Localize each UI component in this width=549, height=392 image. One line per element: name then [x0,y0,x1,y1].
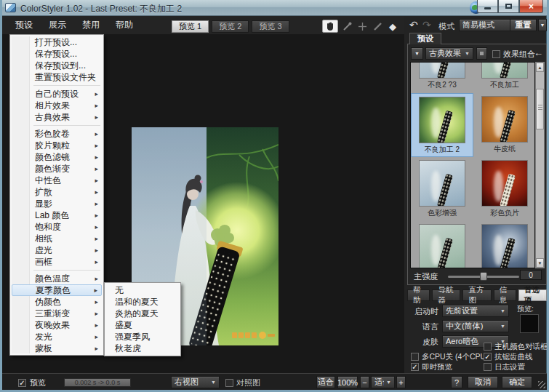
menu-item[interactable]: 颜色温度▸ [12,273,102,284]
slider-handle[interactable] [480,272,487,281]
eyedropper-tool[interactable] [340,20,353,33]
reset-dropdown-button[interactable]: ▼ [538,19,547,31]
preset-thumbnail[interactable]: 彩色负片 [473,157,535,221]
reset-button[interactable]: 重置 [510,19,537,31]
category-menu-button[interactable]: ▼ [411,47,423,60]
menu-item[interactable]: 扩散▸ [12,186,102,198]
zoom-in-button[interactable]: + [396,376,406,388]
menu-item[interactable]: 保存预设到... [12,60,102,71]
tab-presets[interactable]: 预设 [409,33,441,44]
preview-tab[interactable]: 预览 3 [252,20,289,33]
preview-tab[interactable]: 预览 2 [212,20,249,33]
preview-tab[interactable]: 预览 1 [172,20,209,33]
menubar-item[interactable]: 帮助 [110,17,139,33]
preset-thumbnail[interactable]: 不良2 ?3 [411,62,473,93]
menu-item[interactable]: 相片效果▸ [12,100,102,111]
menu-item[interactable]: 饱和度▸ [12,221,102,233]
submenu-item[interactable]: 盛夏 [106,319,179,331]
strength-slider[interactable] [448,276,519,278]
menu-item[interactable]: 重置预设文件夹 [12,71,102,83]
view-mode-select[interactable]: 右视图 ▼ [171,376,220,388]
scroll-down-button[interactable]: ▼ [536,258,544,268]
preset-thumbnail[interactable] [411,221,473,268]
menu-item[interactable]: 相纸▸ [12,233,102,244]
info-tab[interactable]: 导航器 [432,289,460,301]
zoom-out-button[interactable]: − [360,376,369,388]
category-options-button[interactable] [476,47,487,60]
category-select[interactable]: 古典效果 ▼ [425,47,473,60]
maximize-button[interactable] [498,0,519,13]
pref-checkbox[interactable]: ✓抗锯齿曲线 [484,352,548,361]
thumbnail-scrollbar[interactable]: ▲ ▼ [535,62,545,268]
info-tab[interactable]: 信息 [494,289,516,301]
pref-checkbox[interactable]: ✓即时预览 [411,362,489,372]
menu-item[interactable]: 颜色滤镜▸ [12,151,102,163]
undo-icon[interactable]: ↶ [409,19,418,31]
measure-tool[interactable] [371,20,384,33]
compare-checkbox[interactable]: 对照图 [225,377,260,388]
cancel-button[interactable]: 取消 [468,376,498,388]
render-time-bar: 0.002 s -> 0.0 s [64,378,131,387]
menu-item[interactable]: Lab 颜色▸ [12,209,102,221]
zoom-mode-select[interactable]: 适合 ▼ [371,376,395,388]
help-button[interactable]: ? [451,376,462,388]
menu-item[interactable]: 打开预设... [12,36,102,48]
zoom-100-button[interactable]: 100% [337,376,358,388]
ok-button[interactable]: 确定 [502,376,532,388]
submenu-item[interactable]: 炎热的夏天 [106,308,179,319]
submenu-item[interactable]: 温和的夏天 [106,296,179,308]
pref-checkbox[interactable]: 主机颜色对话框 [484,342,548,351]
collapse-left-icon[interactable]: ← [534,47,543,58]
menu-item[interactable]: 中性色▸ [12,175,102,186]
collapse-up-icon[interactable]: ↑ [541,290,545,300]
menu-item[interactable]: 显影▸ [12,198,102,209]
preset-thumbnail-list[interactable]: 不良2 ?3不良加工不良加工 2牛皮纸色彩增强彩色负片 [410,62,535,268]
minimize-button[interactable] [477,0,498,13]
menubar-item[interactable]: 禁用 [76,17,105,33]
submenu-item[interactable]: 强夏季风 [106,331,179,343]
menu-item[interactable]: 伪颜色▸ [12,296,102,308]
menu-item[interactable]: 蒙板▸ [12,343,102,354]
redo-icon[interactable]: ↷ [422,19,431,31]
startup-select[interactable]: 先前设置 ▼ [442,305,509,317]
hand-tool[interactable] [322,20,338,33]
thumbnail-image [481,96,528,143]
menubar-item[interactable]: 预设 [9,17,39,33]
pref-checkbox[interactable]: 日志设置 [484,362,548,372]
menu-item[interactable]: 三重渐变▸ [12,308,102,319]
scrollbar-thumb[interactable] [536,89,544,129]
menu-item[interactable]: 彩色胶卷▸ [12,128,102,140]
menubar-item[interactable]: 展示 [43,17,72,33]
preset-thumbnail[interactable]: 色彩增强 [411,157,473,221]
menu-item[interactable]: 颜色渐变▸ [12,163,102,175]
submenu-item[interactable]: 秋老虎 [106,343,179,354]
preset-thumbnail[interactable]: 不良加工 2 [411,93,473,157]
preset-thumbnail[interactable]: 不良加工 [473,62,535,93]
menu-item[interactable]: 画框▸ [12,256,102,268]
menu-item[interactable]: 古典效果▸ [12,111,102,123]
menu-item[interactable]: 保存预设... [12,48,102,60]
titlebar[interactable]: ColorStyler 1.02 - Last Preset: 不良加工 2 × [0,0,549,16]
submenu-item[interactable]: 无 [106,284,179,296]
menu-item[interactable]: 夜晚效果▸ [12,319,102,331]
preview-color-swatch[interactable] [520,314,539,333]
preset-thumbnail[interactable] [473,221,535,268]
close-button[interactable]: × [519,0,543,13]
info-tab[interactable]: 帮助 [407,289,430,301]
fit-button[interactable]: 适合 [316,376,335,388]
info-tab[interactable]: 直方图 [462,289,491,301]
menu-item[interactable]: 胶片颗粒▸ [12,140,102,151]
navigator-tool[interactable]: ◆ [386,20,399,33]
menu-item[interactable]: 虚光▸ [12,244,102,256]
language-select[interactable]: 中文(简体) ▼ [442,320,509,332]
resize-grip[interactable] [538,381,545,388]
preview-checkbox[interactable]: ✓ 预览 [18,377,46,388]
crosshair-tool[interactable] [356,20,369,33]
effect-combo-checkbox[interactable]: 效果组合 [492,49,535,60]
menu-item[interactable]: 发光▸ [12,331,102,343]
menu-item[interactable]: 自己的预设▸ [12,88,102,100]
scroll-up-button[interactable]: ▲ [536,63,544,72]
preset-thumbnail[interactable]: 牛皮纸 [473,93,535,157]
menu-item[interactable]: 夏季颜色▸ [12,284,102,296]
pref-checkbox[interactable]: 多CPU关 (4个CPU) [411,352,489,361]
